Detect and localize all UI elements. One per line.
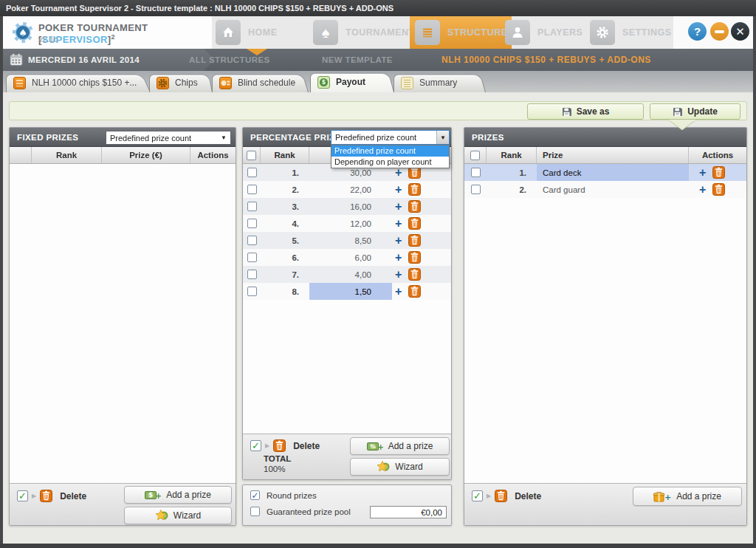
- row-checkbox[interactable]: [247, 168, 257, 177]
- trash-icon[interactable]: [712, 166, 725, 179]
- wizard-star-icon: [155, 510, 168, 521]
- row-prize-value[interactable]: 16,00: [309, 198, 392, 215]
- add-row-icon[interactable]: +: [395, 235, 402, 247]
- nav-tournaments[interactable]: ♠ TOURNAMENTS: [313, 20, 422, 45]
- add-row-icon[interactable]: +: [395, 269, 402, 281]
- row-checkbox[interactable]: [247, 202, 257, 211]
- row-prize-value[interactable]: 1,50: [309, 283, 392, 300]
- row-checkbox[interactable]: [247, 270, 257, 279]
- add-row-icon[interactable]: +: [395, 286, 402, 298]
- tab-blind-schedule[interactable]: Blind schedule: [212, 73, 309, 92]
- chevron-down-icon: ▼: [217, 134, 230, 141]
- prizes-footer: ✓ ▶ Delete + Add a prize: [464, 483, 746, 525]
- tab-chips[interactable]: Chips: [149, 73, 213, 92]
- col-prize: Prize: [537, 147, 689, 163]
- row-checkbox[interactable]: [247, 185, 257, 194]
- header-checkbox-cell: [464, 147, 487, 163]
- arrow-right-icon: ▶: [487, 493, 491, 499]
- row-prize-value[interactable]: 12,00: [309, 215, 392, 232]
- row-prize-value[interactable]: 6,00: [309, 249, 392, 266]
- row-prize-value[interactable]: 4,00: [309, 266, 392, 283]
- nav-structures-label: STRUCTURES: [447, 27, 514, 38]
- row-checkbox[interactable]: [471, 168, 481, 177]
- nav-settings[interactable]: SETTINGS: [590, 20, 672, 45]
- minimize-button[interactable]: [710, 22, 729, 41]
- select-all-checkbox[interactable]: [247, 151, 256, 160]
- calendar-icon: [10, 53, 23, 66]
- trash-icon[interactable]: [408, 234, 421, 247]
- add-row-icon[interactable]: +: [395, 201, 402, 213]
- nav-players-label: PLAYERS: [537, 27, 583, 38]
- window-controls: ? ✕: [673, 16, 753, 49]
- row-rank: 7.: [261, 266, 309, 283]
- row-checkbox[interactable]: [471, 185, 481, 194]
- row-checkbox[interactable]: [247, 236, 257, 245]
- row-checkbox[interactable]: [247, 253, 257, 262]
- tab-blind-schedule-label: Blind schedule: [238, 78, 295, 88]
- row-prize-value[interactable]: 22,00: [309, 181, 392, 198]
- trash-icon[interactable]: [273, 439, 286, 452]
- trash-icon[interactable]: [408, 217, 421, 230]
- breadcrumb-new-template[interactable]: NEW TEMPLATE: [322, 49, 393, 71]
- dropdown-option[interactable]: Predefined prize count: [331, 145, 449, 157]
- round-prizes-checkbox[interactable]: ✓: [250, 490, 260, 500]
- percentage-rows: 1.30,00+2.22,00+3.16,00+4.12,00+5.8,50+6…: [243, 164, 451, 300]
- trash-icon[interactable]: [408, 268, 421, 281]
- guaranteed-checkbox[interactable]: [250, 507, 260, 516]
- nav-structures[interactable]: STRUCTURES: [415, 20, 514, 45]
- update-button[interactable]: Update: [650, 103, 740, 120]
- save-as-button[interactable]: Save as: [527, 103, 644, 120]
- row-prize-name[interactable]: Card guard: [537, 181, 689, 198]
- delete-all-checkbox[interactable]: ✓: [17, 490, 28, 501]
- guaranteed-amount-input[interactable]: [370, 506, 447, 518]
- tab-structure[interactable]: NLH 10000 chips $150 +...: [6, 73, 151, 92]
- fixed-prizes-mode-dropdown[interactable]: Predefined prize count ▼: [106, 131, 231, 145]
- dropdown-option[interactable]: Depending on player count: [331, 157, 449, 168]
- trash-icon[interactable]: [712, 183, 725, 196]
- trash-icon[interactable]: [408, 183, 421, 196]
- percentage-prize-row: 5.8,50+: [243, 232, 451, 249]
- select-all-checkbox[interactable]: [470, 151, 480, 160]
- add-row-icon[interactable]: +: [699, 184, 706, 196]
- prizes-add-prize-button[interactable]: + Add a prize: [633, 487, 742, 506]
- spade-icon: ♠: [313, 20, 338, 45]
- add-row-icon[interactable]: +: [395, 218, 402, 230]
- window-titlebar[interactable]: Poker Tournament Supervisor 2 - Structur…: [0, 0, 756, 16]
- add-row-icon[interactable]: +: [699, 167, 706, 179]
- nav-home[interactable]: HOME: [216, 20, 278, 45]
- trash-icon[interactable]: [408, 251, 421, 264]
- trash-icon[interactable]: [495, 490, 507, 502]
- nav-settings-label: SETTINGS: [622, 27, 672, 38]
- percentage-add-prize-button[interactable]: %+ Add a prize: [350, 437, 450, 455]
- add-row-icon[interactable]: +: [395, 184, 402, 196]
- tab-payout[interactable]: $ Payout: [310, 72, 394, 92]
- chevron-down-icon[interactable]: ▼: [436, 131, 449, 144]
- gear-icon: [590, 20, 615, 45]
- help-button[interactable]: ?: [688, 22, 707, 41]
- row-checkbox[interactable]: [247, 219, 257, 228]
- trash-icon[interactable]: [408, 200, 421, 213]
- fixed-wizard-button[interactable]: Wizard: [124, 507, 232, 524]
- row-prize-value[interactable]: 8,50: [309, 232, 392, 249]
- percentage-wizard-label: Wizard: [395, 462, 422, 472]
- svg-text:$: $: [148, 492, 153, 499]
- row-prize-name[interactable]: Card deck: [537, 164, 689, 181]
- trash-icon[interactable]: [408, 285, 421, 298]
- close-button[interactable]: ✕: [731, 22, 749, 41]
- trash-icon[interactable]: [40, 490, 52, 502]
- breadcrumb-date[interactable]: MERCREDI 16 AVRIL 2014: [28, 49, 140, 71]
- row-rank: 1.: [261, 164, 309, 181]
- add-row-icon[interactable]: +: [395, 252, 402, 264]
- delete-all-checkbox[interactable]: ✓: [250, 440, 261, 451]
- fixed-add-prize-button[interactable]: $+ Add a prize: [124, 486, 232, 504]
- row-rank: 5.: [261, 232, 309, 249]
- tab-summary[interactable]: Summary: [394, 73, 486, 92]
- percentage-wizard-button[interactable]: Wizard: [350, 458, 450, 476]
- percentage-mode-dropdown[interactable]: Predefined prize count ▼: [331, 130, 450, 145]
- delete-all-checkbox[interactable]: ✓: [472, 490, 483, 501]
- row-checkbox[interactable]: [247, 287, 257, 296]
- prizes-table-header: Rank Prize Actions: [464, 147, 746, 164]
- row-rank: 4.: [261, 215, 309, 232]
- nav-players[interactable]: PLAYERS: [505, 20, 583, 45]
- prizes-panel: PRIZES Rank Prize Actions 1.Card deck+2.…: [464, 127, 747, 526]
